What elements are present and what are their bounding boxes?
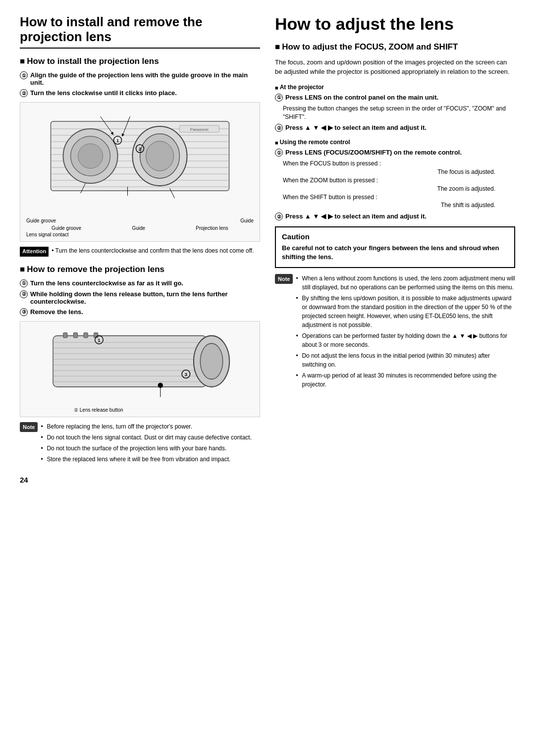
remove-step-1-text: Turn the lens counterclockwise as far as…	[30, 279, 183, 287]
remove-note-item: Before replacing the lens, turn off the …	[41, 422, 252, 431]
remote-step-1: ① Press LENS (FOCUS/ZOOM/SHIFT) on the r…	[275, 149, 515, 157]
remove-note-item: Store the replaced lens where it will be…	[41, 455, 252, 464]
remove-step-2-num: ②	[20, 290, 28, 298]
page-container: How to install and remove the projection…	[20, 15, 515, 484]
right-main-title: How to adjust the lens	[275, 15, 515, 33]
remove-step-3-num: ③	[20, 308, 28, 316]
remote-sub-line: The zoom is adjusted.	[283, 185, 515, 193]
remove-section: How to remove the projection lens ① Turn…	[20, 265, 260, 466]
remove-step-3: ③ Remove the lens.	[20, 308, 260, 316]
svg-point-47	[158, 383, 163, 388]
remove-step-2: ② While holding down the lens release bu…	[20, 290, 260, 305]
right-note-item: By shifting the lens up/down position, i…	[296, 294, 515, 329]
remove-diagram: 1 3 ② Lens release button	[20, 321, 260, 417]
attention-text: • Turn the lens counterclockwise and con…	[52, 247, 254, 255]
install-diagram: 1 2 Panasonic	[20, 102, 260, 242]
remove-note-label: Note	[20, 422, 38, 432]
install-section: How to install the projection lens ① Ali…	[20, 56, 260, 257]
right-note-item: Operations can be performed faster by ho…	[296, 331, 515, 349]
right-note-item: Do not adjust the lens focus in the init…	[296, 351, 515, 369]
diagram-label-guide-groove: Guide groove	[26, 218, 56, 223]
focus-intro: The focus, zoom and up/down position of …	[275, 57, 515, 77]
diagram-label-guide: Guide	[240, 218, 254, 223]
svg-rect-39	[63, 332, 67, 337]
install-step-2-text: Turn the lens clockwise until it clicks …	[30, 89, 177, 97]
install-step-1: ① Align the guide of the projection lens…	[20, 71, 260, 86]
at-projector-step-2-num: ②	[275, 124, 283, 132]
svg-rect-28	[53, 336, 207, 387]
install-step-1-text: Align the guide of the projection lens w…	[30, 71, 260, 86]
remove-section-title: How to remove the projection lens	[20, 265, 260, 274]
right-note-box: Note When a lens without zoom functions …	[275, 274, 515, 391]
remote-sub-line: When the SHIFT button is pressed :	[283, 193, 515, 202]
at-projector-step-2-text: Press ▲ ▼ ◀ ▶ to select an item and adju…	[285, 124, 427, 131]
remote-step-1-num: ①	[275, 149, 283, 157]
right-note-item: A warm-up period of at least 30 minutes …	[296, 371, 515, 389]
svg-point-38	[200, 343, 222, 379]
focus-section-title: How to adjust the FOCUS, ZOOM and SHIFT	[275, 42, 515, 52]
install-step-1-num: ①	[20, 71, 28, 79]
right-column: How to adjust the lens How to adjust the…	[275, 15, 515, 399]
install-attention-box: Attention • Turn the lens counterclockwi…	[20, 247, 260, 256]
remove-note-content: Before replacing the lens, turn off the …	[41, 422, 252, 466]
svg-text:Panasonic: Panasonic	[190, 127, 209, 132]
remote-step-2: ② Press ▲ ▼ ◀ ▶ to select an item and ad…	[275, 213, 515, 220]
install-section-title: How to install the projection lens	[20, 56, 260, 66]
remove-note-item: Do not touch the surface of the projecti…	[41, 444, 252, 453]
diagram-label-projection-lens: Projection lens	[196, 225, 228, 231]
at-projector-step-1-sub: Pressing the button changes the setup sc…	[283, 105, 515, 121]
install-step-2: ② Turn the lens clockwise until it click…	[20, 89, 260, 97]
remove-step-1-num: ①	[20, 279, 28, 287]
remove-step-2-text: While holding down the lens release butt…	[30, 290, 260, 305]
remote-sub-line: When the ZOOM button is pressed :	[283, 176, 515, 185]
svg-text:1: 1	[116, 138, 119, 143]
right-note-content: When a lens without zoom functions is us…	[296, 274, 515, 391]
svg-text:3: 3	[185, 372, 187, 377]
remote-step-2-num: ②	[275, 213, 283, 220]
focus-section: How to adjust the FOCUS, ZOOM and SHIFT …	[275, 42, 515, 390]
at-projector-step-1-num: ①	[275, 94, 283, 102]
remote-label: Using the remote control	[275, 139, 515, 146]
install-step-2-num: ②	[20, 89, 28, 97]
at-projector-step-1: ① Press LENS on the control panel on the…	[275, 94, 515, 102]
left-main-title: How to install and remove the projection…	[20, 15, 260, 49]
caution-text: Be careful not to catch your fingers bet…	[282, 244, 508, 262]
remove-note-box: Note Before replacing the lens, turn off…	[20, 422, 260, 466]
left-column: How to install and remove the projection…	[20, 15, 260, 484]
at-projector-step-2: ② Press ▲ ▼ ◀ ▶ to select an item and ad…	[275, 124, 515, 132]
remote-sub-line: The focus is adjusted.	[283, 168, 515, 176]
svg-text:2: 2	[139, 147, 141, 152]
svg-point-13	[78, 144, 103, 168]
diagram-label-lens-release: ② Lens release button	[74, 407, 123, 413]
remove-step-1: ① Turn the lens counterclockwise as far …	[20, 279, 260, 287]
right-note-label: Note	[275, 274, 293, 284]
at-projector-subsection: At the projector ① Press LENS on the con…	[275, 84, 515, 132]
at-projector-label: At the projector	[275, 84, 515, 91]
remote-step-2-text: Press ▲ ▼ ◀ ▶ to select an item and adju…	[285, 213, 427, 220]
page-number: 24	[20, 476, 260, 484]
caution-box: Caution Be careful not to catch your fin…	[275, 226, 515, 268]
svg-rect-41	[84, 332, 88, 337]
caution-title: Caution	[282, 232, 508, 241]
remote-step-1-sub: When the FOCUS button is pressed :The fo…	[283, 160, 515, 210]
at-projector-step-1-text: Press LENS on the control panel on the m…	[285, 94, 438, 101]
svg-point-16	[146, 141, 174, 171]
remote-subsection: Using the remote control ① Press LENS (F…	[275, 139, 515, 220]
diagram-label-guide-bottom: Guide	[132, 225, 145, 231]
svg-text:1: 1	[98, 338, 100, 343]
attention-label: Attention	[20, 247, 49, 256]
remove-step-3-text: Remove the lens.	[30, 308, 83, 316]
remote-sub-line: When the FOCUS button is pressed :	[283, 160, 515, 168]
diagram-label-lens-signal: Lens signal contact	[26, 232, 69, 237]
diagram-label-guide-groove-bottom: Guide groove	[52, 225, 81, 231]
right-note-item: When a lens without zoom functions is us…	[296, 274, 515, 292]
remote-step-1-text: Press LENS (FOCUS/ZOOM/SHIFT) on the rem…	[285, 149, 462, 156]
svg-rect-40	[73, 332, 77, 337]
remove-note-item: Do not touch the lens signal contact. Du…	[41, 433, 252, 442]
remote-sub-line: The shift is adjusted.	[283, 201, 515, 210]
